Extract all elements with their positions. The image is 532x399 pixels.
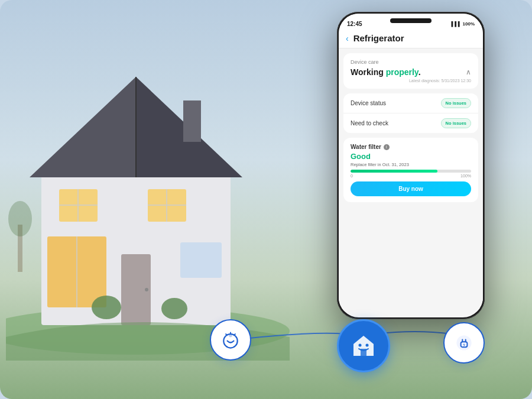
- working-row: Working properly. ∧: [351, 67, 471, 77]
- device-care-card: Device care Working properly. ∧ Latest d…: [343, 53, 478, 89]
- svg-point-15: [145, 288, 148, 291]
- right-floating-icon[interactable]: [443, 322, 485, 364]
- status-icons: ▌▌▌ 100%: [452, 21, 475, 27]
- device-care-label: Device care: [351, 59, 471, 65]
- svg-marker-2: [30, 77, 136, 177]
- need-to-check-label: Need to check: [351, 120, 388, 126]
- working-highlight: properly: [386, 67, 419, 77]
- water-filter-status: Good: [351, 152, 471, 161]
- filter-progress-container: 0 100%: [351, 170, 471, 178]
- svg-point-28: [359, 344, 362, 347]
- device-status-row: Device status No issues: [343, 93, 478, 113]
- svg-point-17: [92, 296, 121, 319]
- progress-labels: 0 100%: [351, 174, 471, 178]
- app-header: ‹ Refrigerator: [339, 30, 483, 48]
- diagnosis-text: Latest diagnosis: 5/31/2023 12:30: [351, 79, 471, 83]
- app-content: Device care Working properly. ∧ Latest d…: [339, 48, 483, 311]
- working-suffix: .: [419, 67, 421, 77]
- battery-icon: 100%: [463, 21, 475, 27]
- need-to-check-row: Need to check No issues: [343, 113, 478, 133]
- house-illustration: [6, 18, 290, 361]
- app-title: Refrigerator: [353, 33, 404, 43]
- water-filter-section: Water filter i Good Replace filter in Oc…: [343, 138, 478, 202]
- water-filter-header: Water filter i: [351, 144, 471, 150]
- buy-now-button[interactable]: Buy now: [351, 181, 471, 196]
- working-prefix: Working: [351, 67, 386, 77]
- svg-point-20: [8, 201, 32, 236]
- phone-screen: 12:45 ▌▌▌ 100% ‹ Refrigerator Device car…: [339, 14, 483, 317]
- device-status-badge: No issues: [441, 98, 471, 108]
- progress-max-label: 100%: [460, 174, 471, 178]
- water-filter-title: Water filter: [351, 144, 381, 150]
- power-plug-icon: [453, 332, 475, 353]
- status-time: 12:45: [347, 21, 362, 27]
- info-icon[interactable]: i: [384, 144, 390, 150]
- svg-rect-5: [183, 100, 201, 142]
- working-status-text: Working properly.: [351, 67, 421, 77]
- progress-bar-fill: [351, 170, 437, 173]
- replace-filter-text: Replace filter in Oct. 31, 2023: [351, 162, 471, 167]
- collapse-chevron[interactable]: ∧: [466, 68, 471, 76]
- phone-frame: 12:45 ▌▌▌ 100% ‹ Refrigerator Device car…: [337, 12, 485, 319]
- progress-min-label: 0: [351, 174, 353, 178]
- progress-bar-background: [351, 170, 471, 173]
- svg-point-30: [456, 335, 471, 350]
- svg-point-18: [161, 298, 187, 319]
- svg-rect-16: [180, 242, 222, 278]
- left-floating-icon[interactable]: [210, 319, 251, 361]
- cooking-pot-icon: [220, 329, 241, 351]
- back-button[interactable]: ‹: [346, 34, 349, 43]
- device-status-label: Device status: [351, 100, 386, 106]
- phone-wrapper: 12:45 ▌▌▌ 100% ‹ Refrigerator Device car…: [337, 12, 485, 319]
- signal-icon: ▌▌▌: [452, 21, 462, 27]
- svg-point-29: [366, 344, 369, 347]
- center-smartthings-icon[interactable]: [337, 319, 390, 372]
- smartthings-home-icon: [349, 331, 378, 361]
- phone-notch: [390, 18, 432, 23]
- status-section: Device status No issues Need to check No…: [343, 93, 478, 133]
- need-to-check-badge: No issues: [441, 118, 471, 128]
